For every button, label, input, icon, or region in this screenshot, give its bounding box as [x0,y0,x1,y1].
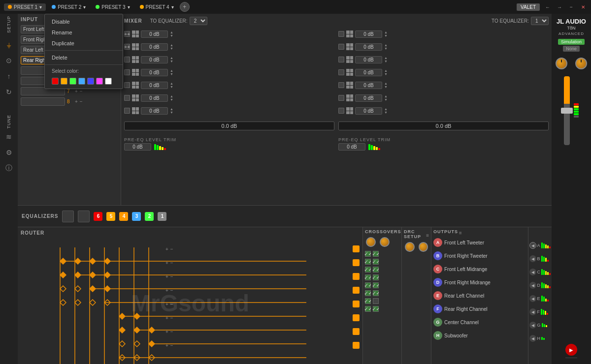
mixer-db-6b[interactable] [355,94,382,102]
crossover-check-1b[interactable]: ✓ [373,251,379,257]
eq-badge-4[interactable]: 4 [119,212,128,221]
mixer-spinner-5a[interactable]: ▲▼ [170,82,173,89]
valet-button[interactable]: VALET [517,3,540,11]
right-knob-2[interactable] [575,58,587,69]
output-play-h[interactable]: ◀ [529,335,536,342]
mixer-spinner-4b[interactable]: ▲▼ [384,69,388,76]
eq-badge-2[interactable]: 2 [145,212,154,221]
router-minus-7[interactable]: − [170,329,173,334]
color-swatch-white[interactable] [105,78,112,85]
mixer-check-2a[interactable]: + [124,44,130,50]
dropdown-rename[interactable]: Rename [45,27,123,38]
router-minus-3[interactable]: − [170,274,173,279]
eq-badge-6[interactable]: 6 [94,212,102,221]
preset-tab-2[interactable]: PRESET 2 ▾ [48,3,90,11]
mixer-db-6a[interactable] [141,94,168,102]
eq-box-2[interactable] [78,211,90,222]
output-letter-d[interactable]: D [433,278,442,287]
forward-button[interactable]: → [556,3,563,11]
preset-tab-1[interactable]: PRESET 1 ▾ [4,3,46,11]
preset-tab-4[interactable]: PRESET 4 ▾ [136,3,178,11]
router-minus-6[interactable]: − [170,315,173,321]
mixer-db-3a[interactable] [141,56,168,63]
pre-eq-value-2[interactable] [338,143,365,151]
right-knob-1[interactable] [556,58,567,69]
mixer-db-7b[interactable] [355,107,382,115]
router-plus-8[interactable]: + [165,343,168,348]
router-minus-8[interactable]: − [170,343,173,348]
router-plus-2[interactable]: + [165,260,168,266]
mixer-check-7b[interactable] [338,108,344,114]
mixer-db-7a[interactable] [141,107,168,115]
red-play-button[interactable] [565,344,577,356]
eq-box-1[interactable] [62,211,74,222]
router-plus-4[interactable]: + [165,288,168,293]
crossover-check-4a[interactable]: ✓ [365,274,371,280]
minimize-button[interactable]: − [567,3,575,11]
router-plus-1[interactable]: + [165,246,168,252]
mixer-check-3a[interactable] [124,57,130,62]
crossover-knob-2[interactable] [380,237,390,247]
mixer-spinner-7a[interactable]: ▲▼ [170,107,173,114]
output-letter-c[interactable]: C [433,265,442,273]
color-swatch-orange[interactable] [61,78,67,85]
dropdown-duplicate[interactable]: Duplicate [45,38,123,49]
drc-knob-1[interactable] [405,242,415,252]
crossover-check-3b[interactable]: ✓ [373,267,379,273]
color-swatch-red[interactable] [52,78,59,85]
mixer-check-5a[interactable] [124,82,130,88]
output-play-f[interactable]: ◀ [529,308,536,315]
router-minus-4[interactable]: − [170,288,173,293]
crossover-check-2a[interactable]: ✓ [365,259,371,265]
mixer-check-4a[interactable] [124,69,130,75]
crossover-check-1a[interactable]: ✓ [365,251,371,257]
eq2-select[interactable]: 123 [531,17,549,25]
router-minus-2[interactable]: − [170,260,173,266]
crossover-check-7a[interactable]: ✓ [365,298,371,304]
output-play-g[interactable]: ◀ [529,322,536,329]
close-button[interactable]: ✕ [579,3,587,11]
output-play-a[interactable]: ◀ [529,242,536,249]
mixer-spinner-4a[interactable]: ▲▼ [170,69,173,76]
crossover-check-4b[interactable]: ✓ [373,274,379,280]
mixer-db-1a[interactable] [141,30,168,38]
crossover-check-5a[interactable]: ✓ [365,282,371,288]
color-swatch-green[interactable] [69,78,76,85]
mixer-check-6b[interactable] [338,95,344,101]
mixer-db-4a[interactable] [141,69,168,76]
eq-badge-1[interactable]: 1 [158,212,166,221]
mixer-spinner-6a[interactable]: ▲▼ [170,94,173,101]
output-letter-g[interactable]: G [433,318,442,327]
eq1-select[interactable]: 213 [190,17,207,25]
sidebar-icon-refresh[interactable]: ↻ [2,85,16,99]
mixer-check-1a[interactable]: + [124,31,130,37]
eq-badge-3[interactable]: 3 [132,212,141,221]
input-name-8[interactable] [21,97,65,106]
back-button[interactable]: ← [544,3,552,11]
mixer-db-4b[interactable] [355,69,382,76]
dropdown-delete[interactable]: Delete [45,52,123,63]
add-preset-button[interactable]: + [180,2,190,12]
output-play-d[interactable]: ◀ [529,282,536,289]
crossover-check-6b[interactable]: ✓ [373,290,379,296]
sidebar-icon-plug[interactable]: ⏚ [2,38,16,52]
right-fader-handle[interactable] [561,108,573,114]
color-swatch-cyan[interactable] [78,78,85,85]
crossover-knob-1[interactable] [366,237,376,247]
input-minus-8[interactable]: − [80,99,83,104]
crossover-check-3a[interactable]: ✓ [365,267,371,273]
crossover-check-5b[interactable]: ✓ [373,282,379,288]
crossover-check-8b[interactable]: ✓ [373,306,379,312]
crossover-check-2b[interactable]: ✓ [373,259,379,265]
mixer-check-3b[interactable] [338,57,344,62]
mixer-spinner-2b[interactable]: ▲▼ [384,43,388,50]
output-play-e[interactable]: ◀ [529,295,536,302]
router-plus-3[interactable]: + [165,274,168,279]
crossover-check-6a[interactable]: ✓ [365,290,371,296]
mixer-db-2b[interactable] [355,43,382,51]
mixer-spinner-7b[interactable]: ▲▼ [384,107,388,114]
sidebar-icon-upload[interactable]: ↑ [2,69,16,83]
mixer-db-5a[interactable] [141,82,168,89]
mixer-db-5b[interactable] [355,82,382,89]
router-minus-1[interactable]: − [170,246,173,252]
